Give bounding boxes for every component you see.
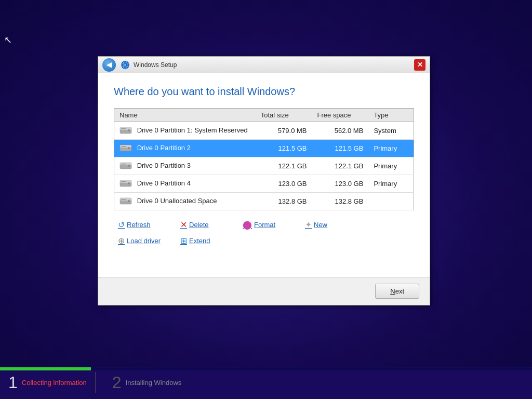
svg-point-3 [124,64,126,66]
load-driver-icon: ⊕ [118,236,125,246]
partition-type-0: System [368,122,414,140]
new-label: New [314,221,327,229]
back-button[interactable]: ◀ [102,58,116,72]
partition-size-0: 579.0 MB [256,122,312,140]
cursor: ↖ [4,35,10,45]
setup-window: ◀ Windows Setup ✕ Where do you want to i… [98,56,430,305]
partition-name-text-0: Drive 0 Partition 1: System Reserved [137,126,248,134]
step-1-label-container: Collecting information [22,379,87,387]
taskbar: 1 Collecting information 2 Installing Wi… [0,367,532,399]
svg-point-10 [128,147,130,149]
partition-row-2[interactable]: Drive 0 Partition 3 122.1 GB 122.1 GB Pr… [114,157,414,175]
step-1-number: 1 [8,374,18,391]
close-button[interactable]: ✕ [414,59,425,71]
step-2-number: 2 [112,374,122,391]
partition-name-4: Drive 0 Unallocated Space [114,193,256,210]
progress-bar-fill [0,367,91,370]
partition-size-2: 122.1 GB [256,157,312,175]
partition-name-2: Drive 0 Partition 3 [114,157,256,175]
delete-icon: ✕ [180,220,187,230]
partition-name-text-3: Drive 0 Partition 4 [137,179,191,187]
step-2-label-container: Installing Windows [126,379,182,387]
next-button[interactable]: Next [375,284,419,299]
title-bar: ◀ Windows Setup ✕ [98,57,430,73]
partition-name-text-2: Drive 0 Partition 3 [137,162,191,169]
partition-size-3: 123.0 GB [256,175,312,193]
progress-bar-area [0,367,532,370]
delete-label: Delete [189,221,209,229]
disk-icon-4 [119,196,132,207]
partition-type-1: Primary [368,140,414,157]
step-1-label: Collecting information [22,379,87,387]
partition-free-2: 122.1 GB [312,157,369,175]
partition-row-4[interactable]: Drive 0 Unallocated Space 132.8 GB 132.8… [114,193,414,210]
new-icon: ✦ [305,220,312,230]
svg-point-22 [128,200,130,202]
format-icon: ⬤ [243,220,252,230]
svg-rect-15 [121,164,126,165]
svg-point-14 [128,165,130,167]
partition-name-1: Drive 0 Partition 2 [114,140,256,157]
svg-point-6 [128,129,130,131]
partition-name-3: Drive 0 Partition 4 [114,175,256,193]
format-label: Format [254,221,275,229]
format-button[interactable]: ⬤ Format [238,219,301,231]
desktop: ↖ ◀ Windows Setup ✕ Where do you want to… [0,0,532,399]
step-divider [95,372,96,393]
partition-free-1: 121.5 GB [312,140,369,157]
delete-button[interactable]: ✕ Delete [176,219,238,231]
disk-icon-0 [119,125,132,136]
taskbar-steps: 1 Collecting information 2 Installing Wi… [0,367,532,399]
disk-icon-2 [119,161,132,171]
window-content: Where do you want to install Windows? Na… [98,73,430,277]
new-button[interactable]: ✦ New [301,219,363,231]
svg-rect-11 [121,146,126,147]
action-buttons-area: ↺ Refresh ✕ Delete ⬤ Format ✦ New ⊕ Lo [114,219,414,247]
window-title: Windows Setup [134,61,414,69]
partition-free-4: 132.8 GB [312,193,369,210]
svg-rect-23 [121,199,126,200]
svg-rect-7 [121,128,126,129]
load-driver-button[interactable]: ⊕ Load driver [114,235,176,247]
partition-name-text-4: Drive 0 Unallocated Space [137,197,217,205]
refresh-button[interactable]: ↺ Refresh [114,219,176,231]
extend-button[interactable]: ⊞ Extend [176,235,238,247]
partition-name-text-1: Drive 0 Partition 2 [137,144,191,152]
refresh-label: Refresh [127,221,151,229]
partition-size-1: 121.5 GB [256,140,312,157]
extend-icon: ⊞ [180,236,187,246]
partition-table: Name Total size Free space Type Drive 0 … [114,108,414,210]
col-header-type: Type [368,109,414,122]
step-2-label: Installing Windows [126,379,182,387]
svg-point-18 [128,182,130,184]
partition-free-3: 123.0 GB [312,175,369,193]
svg-rect-19 [121,181,126,182]
window-footer: Next [98,277,430,305]
step-1: 1 Collecting information [8,374,87,391]
disk-icon-3 [119,178,132,189]
partition-type-2: Primary [368,157,414,175]
partition-size-4: 132.8 GB [256,193,312,210]
partition-name-0: Drive 0 Partition 1: System Reserved [114,122,256,140]
partition-row-0[interactable]: Drive 0 Partition 1: System Reserved 579… [114,122,414,140]
partition-type-4 [368,193,414,210]
setup-icon [120,60,130,70]
extend-label: Extend [189,237,210,245]
col-header-free: Free space [312,109,369,122]
partition-type-3: Primary [368,175,414,193]
refresh-icon: ↺ [118,220,125,230]
partition-row-1[interactable]: Drive 0 Partition 2 121.5 GB 121.5 GB Pr… [114,140,414,157]
partition-row-3[interactable]: Drive 0 Partition 4 123.0 GB 123.0 GB Pr… [114,175,414,193]
partition-free-0: 562.0 MB [312,122,369,140]
page-title: Where do you want to install Windows? [114,86,414,98]
step-2: 2 Installing Windows [112,374,181,391]
col-header-size: Total size [256,109,312,122]
load-driver-label: Load driver [127,237,161,245]
disk-icon-1 [119,143,132,154]
col-header-name: Name [114,109,256,122]
